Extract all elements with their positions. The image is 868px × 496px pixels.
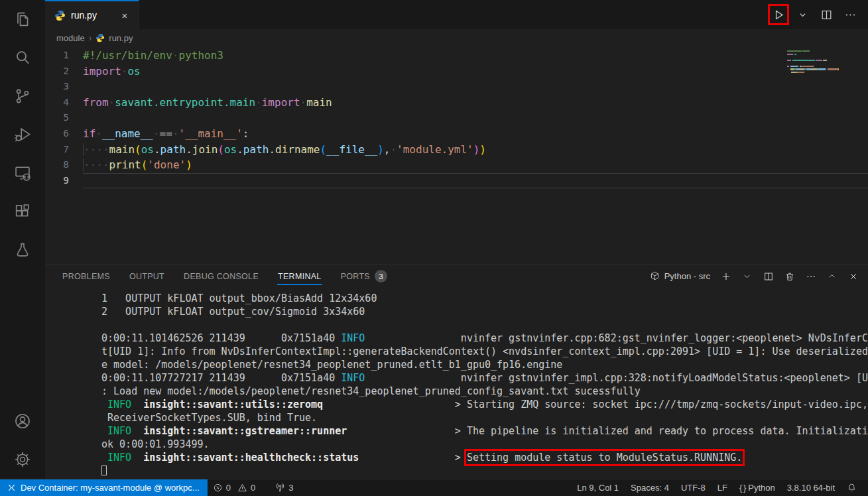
code-line[interactable]: 3 [45, 79, 868, 95]
kill-terminal-trash-icon[interactable] [781, 268, 798, 284]
source-control-icon[interactable] [0, 77, 45, 115]
line-number: 6 [45, 126, 83, 142]
code-line[interactable]: 7····main(os.path.join(os.path.dirname(_… [45, 142, 868, 158]
code-text: ····print('done') [83, 157, 868, 173]
panel-tab-problems[interactable]: PROBLEMS [56, 265, 116, 288]
remote-indicator[interactable]: Dev Container: my-savant-module @ workpc… [0, 479, 208, 496]
line-number: 2 [45, 64, 83, 80]
ports-count: 3 [288, 483, 293, 493]
language-mode-indicator[interactable]: { } Python [733, 479, 781, 496]
annotated-status-message: Setting module status to ModuleStatus.RU… [467, 452, 742, 464]
code-line[interactable]: 2import·os [45, 64, 868, 80]
warning-icon [237, 483, 247, 493]
notifications-bell[interactable] [841, 479, 863, 496]
terminal-line: INFO insight::savant::gstreamer::runner … [101, 424, 868, 438]
encoding-indicator[interactable]: UTF-8 [675, 479, 712, 496]
code-text [83, 110, 868, 126]
terminal-line: 0:00:11.107727217 211439 0x7151a40 INFO … [101, 371, 868, 385]
terminal-line: : Load new model:/models/peoplenet/resne… [101, 385, 868, 398]
code-line[interactable]: 1#!/usr/bin/env·python3 [45, 48, 868, 64]
panel-tab-debug-console[interactable]: DEBUG CONSOLE [178, 265, 265, 288]
terminal-profile-label: Python - src [664, 271, 710, 281]
accounts-icon[interactable] [0, 402, 45, 440]
panel-tab-label: PORTS [341, 272, 370, 281]
terminal-cursor [101, 465, 107, 475]
terminal-profile-icon [649, 271, 660, 282]
minimap-line [787, 66, 839, 67]
tab-run-py[interactable]: run.py × [45, 0, 139, 29]
warning-count: 0 [251, 483, 255, 493]
extensions-icon[interactable] [0, 192, 45, 231]
terminal-line: INFO insight::savant::utils::zeromq > St… [101, 398, 868, 411]
terminal-line [101, 464, 868, 477]
remote-label: Dev Container: my-savant-module @ workpc… [21, 483, 200, 493]
indentation-indicator[interactable]: Spaces: 4 [625, 479, 675, 496]
terminal-line: ok 0:00:01.993499. [101, 438, 868, 451]
code-text [83, 79, 868, 95]
line-number: 8 [45, 157, 83, 173]
eol-indicator[interactable]: LF [712, 479, 733, 496]
search-icon[interactable] [0, 38, 45, 77]
panel-tab-ports[interactable]: PORTS3 [335, 265, 393, 288]
minimap[interactable] [787, 50, 839, 78]
forwarded-ports-indicator[interactable]: 3 [270, 479, 298, 496]
play-icon [773, 9, 785, 21]
code-line[interactable]: 4from·savant.entrypoint.main·import·main [45, 95, 868, 111]
remote-explorer-icon[interactable] [0, 154, 45, 192]
testing-icon[interactable] [0, 231, 45, 269]
maximize-panel-chevron-icon[interactable] [824, 268, 840, 284]
code-line[interactable]: 8····print('done') [45, 157, 868, 173]
radio-tower-icon [275, 483, 285, 493]
activity-bar [0, 0, 45, 479]
code-text: ····main(os.path.join(os.path.dirname(__… [83, 142, 868, 158]
manage-gear-icon[interactable] [0, 440, 45, 479]
panel-tab-label: TERMINAL [278, 272, 322, 281]
breadcrumb-file: run.py [109, 33, 133, 43]
panel-tab-output[interactable]: OUTPUT [123, 265, 170, 288]
code-line[interactable]: 9 [45, 173, 868, 189]
terminal-line: 0:00:11.101462526 211439 0x7151a40 INFO … [101, 332, 868, 345]
breadcrumb[interactable]: module › run.py [45, 29, 868, 46]
minimap-line [787, 68, 839, 70]
ports-badge: 3 [375, 270, 387, 282]
breadcrumb-separator-icon: › [89, 32, 92, 43]
code-text: if·__name__·==·'__main__': [83, 126, 868, 142]
terminal-profile-select[interactable]: Python - src [649, 271, 710, 282]
tab-close-icon[interactable]: × [117, 8, 132, 23]
terminal-line: t[UID 1]: Info from NvDsInferContextImpl… [101, 345, 868, 358]
panel-tab-terminal[interactable]: TERMINAL [272, 265, 328, 288]
terminal-line: ReceiverSocketTypes.SUB, bind True. [101, 411, 868, 424]
code-line[interactable]: 6if·__name__·==·'__main__': [45, 126, 868, 142]
status-bar: Dev Container: my-savant-module @ workpc… [0, 479, 868, 496]
minimap-line [787, 56, 839, 58]
close-panel-icon[interactable] [845, 268, 861, 284]
split-terminal-icon[interactable] [760, 268, 776, 284]
python-interpreter-indicator[interactable]: 3.8.10 64-bit [781, 479, 841, 496]
editor-tab-bar: run.py × [45, 0, 868, 29]
problems-indicator[interactable]: 0 0 [208, 479, 261, 496]
line-number: 4 [45, 95, 83, 111]
launch-profile-chevron-icon[interactable] [739, 268, 755, 284]
run-and-debug-icon[interactable] [0, 115, 45, 154]
more-actions-icon[interactable] [841, 6, 859, 23]
terminal-output[interactable]: 1 OUTPUT kFLOAT output_bbox/BiasAdd 12x3… [45, 288, 868, 479]
explorer-icon[interactable] [0, 0, 45, 38]
line-number: 7 [45, 142, 83, 158]
breadcrumb-folder: module [56, 33, 85, 43]
new-terminal-icon[interactable] [717, 268, 734, 284]
run-dropdown-chevron-icon[interactable] [794, 6, 811, 23]
cursor-position-indicator[interactable]: Ln 9, Col 1 [571, 479, 625, 496]
terminal-line: INFO insight::savant::healthcheck::statu… [101, 451, 868, 464]
code-text [83, 173, 868, 189]
bottom-panel: PROBLEMSOUTPUTDEBUG CONSOLETERMINALPORTS… [45, 264, 868, 479]
split-editor-icon[interactable] [818, 6, 835, 23]
run-python-file-button[interactable] [770, 6, 787, 23]
terminal-line: 1 OUTPUT kFLOAT output_bbox/BiasAdd 12x3… [101, 292, 868, 305]
braces-icon: { } [739, 483, 745, 493]
code-line[interactable]: 5 [45, 110, 868, 126]
line-number: 9 [45, 173, 83, 189]
panel-more-actions-icon[interactable] [802, 268, 819, 284]
line-number: 5 [45, 110, 83, 126]
code-editor[interactable]: 1#!/usr/bin/env·python32import·os34from·… [45, 46, 868, 264]
minimap-line [787, 72, 839, 73]
